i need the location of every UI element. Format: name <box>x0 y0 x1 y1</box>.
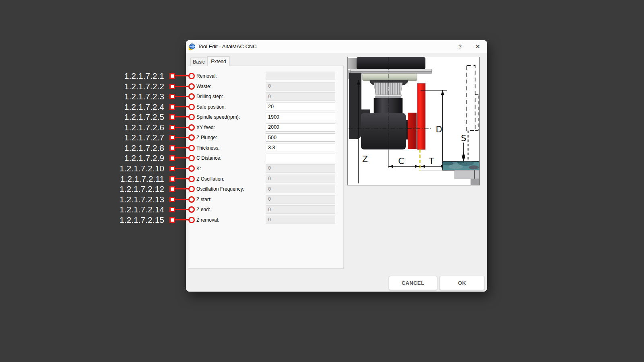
annotation-number: 1.2.1.7.2.11 <box>97 174 164 184</box>
field-row: 1.2.1.7.2.13 Z start: <box>0 194 644 205</box>
field-row: 1.2.1.7.2.4 Safe position: <box>0 102 644 112</box>
field-label: Spindle speed(rpm): <box>196 113 240 121</box>
field-row: 1.2.1.7.2.14 Z end: <box>0 204 644 215</box>
annotation-number: 1.2.1.7.2.1 <box>97 71 164 81</box>
field-row: 1.2.1.7.2.9 C Distance: <box>0 153 644 163</box>
annotation-circle-marker <box>188 155 195 161</box>
annotation-square-marker <box>169 155 175 161</box>
field-input <box>266 164 335 173</box>
annotation-number: 1.2.1.7.2.7 <box>97 132 164 143</box>
field-input <box>266 185 335 193</box>
field-input[interactable] <box>266 144 335 152</box>
field-input[interactable] <box>266 123 335 132</box>
field-row: 1.2.1.7.2.1 Removal: <box>0 71 644 81</box>
annotation-connector <box>175 116 189 117</box>
field-input <box>266 175 335 183</box>
annotation-square-marker <box>169 135 175 140</box>
field-input <box>266 82 335 90</box>
spindle-housing <box>357 57 425 69</box>
help-button[interactable]: ? <box>455 42 465 51</box>
annotation-circle-marker <box>188 83 195 90</box>
annotation-number: 1.2.1.7.2.6 <box>97 122 164 133</box>
annotation-connector <box>175 188 189 189</box>
field-label: Z start: <box>196 196 211 203</box>
annotation-square-marker <box>169 166 175 171</box>
close-icon[interactable]: ✕ <box>473 42 483 51</box>
annotation-circle-marker <box>188 73 195 79</box>
annotation-circle-marker <box>188 196 195 203</box>
field-input <box>266 216 335 224</box>
field-label: C Distance: <box>196 154 221 162</box>
annotation-circle-marker <box>188 93 195 100</box>
annotation-square-marker <box>169 217 175 223</box>
annotation-connector <box>175 219 189 220</box>
field-input[interactable] <box>266 154 335 162</box>
field-label: XY feed: <box>196 124 215 131</box>
field-input[interactable] <box>266 103 335 111</box>
annotation-number: 1.2.1.7.2.5 <box>97 112 164 122</box>
annotation-square-marker <box>169 73 175 79</box>
field-row: 1.2.1.7.2.12 Oscillation Frequency: <box>0 184 644 194</box>
annotation-connector <box>175 168 189 169</box>
annotation-connector <box>175 157 189 158</box>
annotation-square-marker <box>169 84 175 89</box>
field-row: 1.2.1.7.2.2 Waste: <box>0 81 644 92</box>
field-row: 1.2.1.7.2.7 Z Plunge: <box>0 132 644 143</box>
annotation-circle-marker <box>188 104 195 110</box>
field-label: Z Oscillation: <box>196 175 224 183</box>
field-row: 1.2.1.7.2.10 K: <box>0 163 644 174</box>
screen: Tool Edit - AitalMAC CNC ? ✕ Basic Exten… <box>0 0 644 362</box>
annotation-square-marker <box>169 145 175 151</box>
annotation-connector <box>175 86 189 87</box>
field-label: Z removal: <box>196 216 219 224</box>
field-input <box>266 92 335 101</box>
field-row: 1.2.1.7.2.5 Spindle speed(rpm): <box>0 112 644 122</box>
tab-basic[interactable]: Basic <box>190 58 207 66</box>
annotation-number: 1.2.1.7.2.15 <box>97 215 164 225</box>
field-label: K: <box>196 165 201 172</box>
annotation-circle-marker <box>188 134 195 141</box>
annotation-circle-marker <box>188 145 195 151</box>
annotation-number: 1.2.1.7.2.10 <box>97 163 164 174</box>
field-label: Z Plunge: <box>196 134 217 141</box>
annotation-number: 1.2.1.7.2.3 <box>97 91 164 102</box>
annotation-square-marker <box>169 197 175 202</box>
annotation-number: 1.2.1.7.2.2 <box>97 81 164 92</box>
field-label: Waste: <box>196 83 211 90</box>
field-input[interactable] <box>266 113 335 121</box>
field-input <box>266 72 335 80</box>
tab-extend[interactable]: Extend <box>207 56 230 66</box>
field-label: Removal: <box>196 72 217 80</box>
field-input <box>266 195 335 204</box>
annotation-number: 1.2.1.7.2.8 <box>97 143 164 153</box>
annotation-connector <box>175 199 189 200</box>
annotation-number: 1.2.1.7.2.14 <box>97 204 164 215</box>
ok-button[interactable]: OK <box>440 276 485 290</box>
field-row: 1.2.1.7.2.3 Drilling step: <box>0 91 644 102</box>
annotation-circle-marker <box>188 217 195 223</box>
field-row: 1.2.1.7.2.6 XY feed: <box>0 122 644 133</box>
annotation-square-marker <box>169 94 175 99</box>
annotation-number: 1.2.1.7.2.9 <box>97 153 164 163</box>
field-label: Oscillation Frequency: <box>196 185 244 193</box>
field-input <box>266 205 335 214</box>
annotation-number: 1.2.1.7.2.12 <box>97 184 164 194</box>
field-row: 1.2.1.7.2.11 Z Oscillation: <box>0 174 644 184</box>
annotation-connector <box>175 137 189 138</box>
field-label: Safe position: <box>196 103 226 111</box>
annotation-number: 1.2.1.7.2.13 <box>97 194 164 205</box>
annotation-circle-marker <box>188 165 195 172</box>
annotation-square-marker <box>169 186 175 192</box>
annotation-connector <box>175 178 189 179</box>
cancel-button[interactable]: CANCEL <box>389 276 437 290</box>
titlebar: Tool Edit - AitalMAC CNC ? ✕ <box>186 40 487 53</box>
field-input[interactable] <box>266 133 335 142</box>
annotation-square-marker <box>169 104 175 110</box>
app-globe-icon <box>189 43 195 50</box>
annotation-circle-marker <box>188 176 195 182</box>
annotation-circle-marker <box>188 186 195 192</box>
field-row: 1.2.1.7.2.15 Z removal: <box>0 215 644 225</box>
field-row: 1.2.1.7.2.8 Thickness: <box>0 143 644 153</box>
annotation-circle-marker <box>188 124 195 131</box>
annotation-connector <box>175 147 189 148</box>
